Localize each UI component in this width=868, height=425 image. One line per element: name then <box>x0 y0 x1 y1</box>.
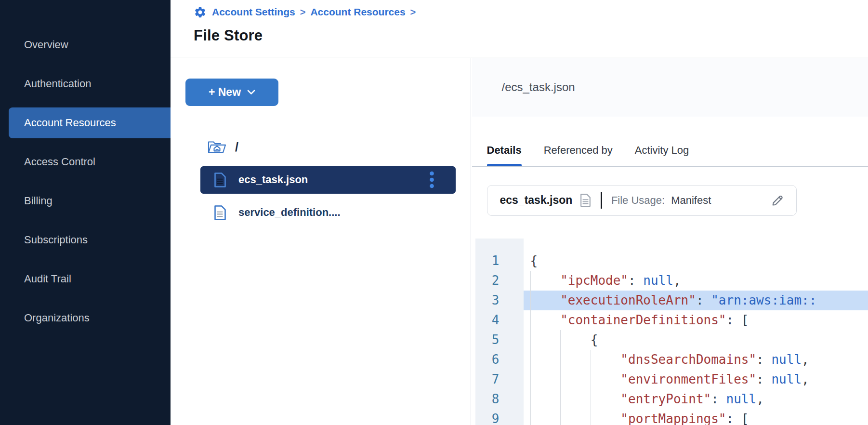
code-text: "ipcMode": null, <box>524 271 868 291</box>
code-tokens: "containerDefinitions": [ <box>530 313 749 327</box>
file-info-card: ecs_task.json File Usage: Manifest <box>487 185 797 216</box>
code-line-6: 6 "dnsSearchDomains": null, <box>472 350 868 370</box>
highlighted-code-line: "executionRoleArn": "arn:aws:iam:: <box>524 291 868 310</box>
file-row-label: service_definition.... <box>238 206 341 219</box>
code-line-5: 5 { <box>472 330 868 350</box>
code-tokens: "dnsSearchDomains": null, <box>530 352 809 367</box>
line-number: 7 <box>472 370 524 389</box>
code-text: "portMappings": [ <box>524 409 868 425</box>
sidebar-item-organizations[interactable]: Organizations <box>0 298 171 337</box>
line-number: 1 <box>472 251 524 271</box>
tab-referenced-by[interactable]: Referenced by <box>544 144 613 166</box>
line-number: 8 <box>472 389 524 409</box>
tab-label: Details <box>487 144 522 156</box>
new-button[interactable]: + New <box>185 79 278 106</box>
kebab-menu-icon[interactable] <box>429 171 434 188</box>
file-row-label: ecs_task.json <box>238 173 308 186</box>
file-tree: ecs_task.json service_definition.... <box>200 166 456 232</box>
code-line-7: 7 "environmentFiles": null, <box>472 370 868 389</box>
tree-root-folder[interactable]: / <box>207 135 238 159</box>
code-text: { <box>524 251 868 271</box>
code-text: "entryPoint": null, <box>524 389 868 409</box>
pencil-icon[interactable] <box>770 193 785 208</box>
breadcrumb: Account Settings > Account Resources > <box>194 5 868 19</box>
code-tokens: "environmentFiles": null, <box>530 372 809 386</box>
code-tokens: { <box>530 332 598 347</box>
code-viewer[interactable]: 1{2 "ipcMode": null,3 "executionRoleArn"… <box>472 239 868 425</box>
sidebar: OverviewAuthenticationAccount ResourcesA… <box>0 0 171 425</box>
code-tokens: { <box>530 253 538 268</box>
code-lines: 1{2 "ipcMode": null,3 "executionRoleArn"… <box>472 251 868 425</box>
sidebar-item-access-control[interactable]: Access Control <box>0 142 171 181</box>
new-button-label: + New <box>209 86 241 99</box>
line-number: 5 <box>472 330 524 350</box>
file-browser-panel: + New / ecs_task.json service_definition… <box>171 58 471 425</box>
tab-label: Referenced by <box>544 144 613 156</box>
file-name: ecs_task.json <box>500 194 573 207</box>
file-icon <box>213 205 227 221</box>
code-line-9: 9 "portMappings": [ <box>472 409 868 425</box>
breadcrumb-link-account-settings[interactable]: Account Settings <box>212 6 295 18</box>
breadcrumb-link-account-resources[interactable]: Account Resources <box>310 6 405 18</box>
code-text: "environmentFiles": null, <box>524 370 868 389</box>
code-text: { <box>524 330 868 350</box>
detail-tabs: DetailsReferenced byActivity Log <box>472 117 868 167</box>
code-line-2: 2 "ipcMode": null, <box>472 271 868 291</box>
tree-root-label: / <box>235 140 238 154</box>
file-path: /ecs_task.json <box>502 80 575 94</box>
line-number: 2 <box>472 271 524 291</box>
code-line-4: 4 "containerDefinitions": [ <box>472 310 868 330</box>
code-line-3: 3 "executionRoleArn": "arn:aws:iam:: <box>472 291 868 310</box>
code-text: "containerDefinitions": [ <box>524 310 868 330</box>
file-path-header: /ecs_task.json <box>472 58 868 117</box>
file-row-service-definition[interactable]: service_definition.... <box>200 199 456 226</box>
active-tab-underline <box>487 164 522 166</box>
sidebar-item-audit-trail[interactable]: Audit Trail <box>0 259 171 298</box>
file-usage-value: Manifest <box>671 194 711 207</box>
code-line-1: 1{ <box>472 251 868 271</box>
page-header: Account Settings > Account Resources > F… <box>171 0 868 57</box>
code-tokens: "executionRoleArn": "arn:aws:iam:: <box>530 293 817 307</box>
sidebar-nav: OverviewAuthenticationAccount ResourcesA… <box>0 0 171 337</box>
tab-label: Activity Log <box>635 144 689 156</box>
sidebar-item-authentication[interactable]: Authentication <box>0 64 171 103</box>
line-number: 4 <box>472 310 524 330</box>
file-row-ecs-task-json[interactable]: ecs_task.json <box>200 166 456 194</box>
line-number: 3 <box>472 291 524 310</box>
code-text: "dnsSearchDomains": null, <box>524 350 868 370</box>
breadcrumb-separator: > <box>410 7 416 18</box>
file-detail-panel: /ecs_task.json DetailsReferenced byActiv… <box>472 58 868 425</box>
code-tokens: "entryPoint": null, <box>530 392 764 406</box>
line-number: 9 <box>472 409 524 425</box>
document-icon <box>579 193 592 207</box>
code-tokens: "portMappings": [ <box>530 412 749 425</box>
sidebar-item-billing[interactable]: Billing <box>0 181 171 220</box>
tab-activity-log[interactable]: Activity Log <box>635 144 689 166</box>
sidebar-item-account-resources[interactable]: Account Resources <box>9 107 171 138</box>
chevron-down-icon <box>247 90 255 95</box>
folder-home-icon <box>207 139 227 156</box>
file-usage-label: File Usage: <box>611 194 665 207</box>
code-line-8: 8 "entryPoint": null, <box>472 389 868 409</box>
line-number: 6 <box>472 350 524 370</box>
tab-details[interactable]: Details <box>487 144 522 166</box>
sidebar-item-overview[interactable]: Overview <box>0 25 171 64</box>
file-icon <box>213 172 227 188</box>
page-title: File Store <box>194 27 868 44</box>
divider <box>601 192 602 209</box>
sidebar-item-subscriptions[interactable]: Subscriptions <box>0 220 171 259</box>
code-tokens: "ipcMode": null, <box>530 273 681 288</box>
gear-icon <box>194 6 207 19</box>
breadcrumb-separator: > <box>300 7 306 18</box>
